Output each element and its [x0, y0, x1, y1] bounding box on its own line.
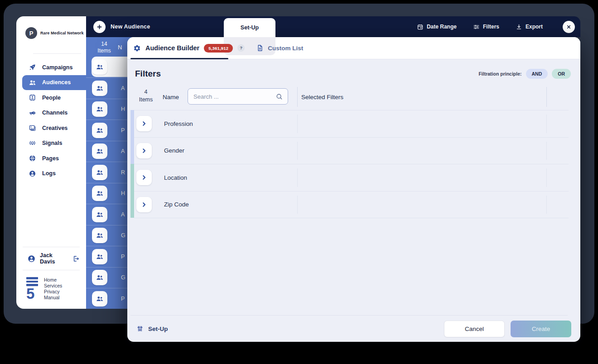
column-divider [297, 87, 298, 107]
audience-avatar-icon [92, 144, 107, 159]
modal-body: Filters Filtration principle: AND OR 4 I… [127, 59, 580, 342]
audience-list-item[interactable]: P [86, 246, 132, 267]
filter-row-label: Gender [164, 147, 184, 154]
search-input[interactable] [188, 93, 275, 100]
filtration-principle: Filtration principle: AND OR [478, 69, 571, 79]
brand-name: Rare Medical Network [40, 31, 84, 35]
date-range-button[interactable]: Date Range [417, 24, 457, 30]
modal-tab-bar: Audience Builder 5,361,912 ? Custom List [127, 37, 580, 59]
set-up-tab-label: Set-Up [241, 24, 259, 31]
sidebar-item-label: Pages [42, 155, 59, 162]
sidebar-item-people[interactable]: People [16, 90, 86, 105]
sidebar-item-logs[interactable]: Logs [16, 166, 86, 182]
filter-row-label: Profession [164, 120, 193, 127]
sidebar-item-audiences[interactable]: Audiences [22, 75, 86, 91]
audience-builder-tab-label: Audience Builder [145, 44, 199, 52]
audience-avatar-icon [92, 207, 107, 222]
and-toggle[interactable]: AND [526, 69, 548, 79]
audience-list-item[interactable]: A [86, 77, 132, 99]
person-circle-icon [29, 170, 36, 177]
column-divider [546, 87, 547, 107]
logout-icon [72, 255, 80, 263]
filters-button[interactable]: Filters [473, 24, 499, 30]
close-icon [566, 24, 571, 29]
audience-list-item[interactable]: A [86, 204, 132, 225]
sidebar-item-campaigns[interactable]: Campaigns [16, 60, 86, 75]
logout-button[interactable] [72, 255, 80, 263]
plus-icon [96, 24, 102, 30]
filter-row-zip-code[interactable]: Zip Code [134, 192, 569, 219]
audience-list-item[interactable] [86, 57, 132, 78]
audience-builder-modal: Audience Builder 5,361,912 ? Custom List… [127, 37, 580, 342]
link-services[interactable]: Services [44, 283, 62, 289]
export-label: Export [526, 24, 543, 30]
or-toggle[interactable]: OR [552, 69, 571, 79]
calendar-icon [417, 24, 424, 30]
image-icon [29, 124, 36, 132]
date-range-label: Date Range [427, 24, 457, 30]
footer-set-up[interactable]: Set-Up [136, 325, 168, 332]
sidebar-item-label: Campaigns [42, 64, 72, 71]
globe-icon [29, 154, 36, 162]
filter-search [188, 88, 288, 105]
filter-row-profession[interactable]: Profession [134, 110, 569, 138]
close-button[interactable] [563, 21, 575, 33]
audience-list-item[interactable]: G [86, 267, 132, 288]
link-home[interactable]: Home [44, 277, 62, 283]
expand-button[interactable] [136, 170, 152, 185]
audience-avatar-icon [92, 186, 107, 201]
filter-row-label: Location [164, 174, 187, 181]
audience-avatar-icon [92, 59, 107, 75]
filter-row-location[interactable]: Location [134, 164, 569, 192]
expand-button[interactable] [136, 143, 152, 158]
filters-section-title: Filters [135, 69, 161, 79]
audience-list-item[interactable]: A [86, 141, 132, 162]
new-audience-button[interactable] [93, 21, 106, 33]
group-indicator-and [130, 110, 134, 164]
sidebar-item-creatives[interactable]: Creatives [16, 120, 86, 136]
chevron-right-icon [141, 148, 147, 154]
chevron-right-icon [141, 174, 147, 181]
tab-audience-builder[interactable]: Audience Builder 5,361,912 ? [133, 44, 245, 53]
expand-button[interactable] [136, 116, 152, 131]
tab-custom-list[interactable]: Custom List [256, 44, 303, 52]
user-avatar-icon [27, 254, 36, 263]
audience-list-item[interactable]: P [86, 288, 132, 309]
sidebar-item-channels[interactable]: Channels [16, 105, 86, 121]
contact-card-icon [29, 94, 36, 101]
export-button[interactable]: Export [516, 24, 543, 30]
group-indicator-or [130, 164, 134, 218]
chevron-right-icon [141, 201, 147, 208]
audience-list-item[interactable]: R [86, 162, 132, 183]
name-column-header: Name [163, 94, 179, 101]
audience-count-badge: 5,361,912 [204, 44, 233, 53]
gear-icon [133, 44, 141, 52]
audience-avatar-icon [92, 123, 107, 138]
sidebar-item-pages[interactable]: Pages [16, 151, 86, 166]
download-icon [516, 24, 522, 30]
footer-links: 5 Home Services Privacy Manual [16, 270, 86, 309]
sidebar: P Rare Medical Network Campaigns Audienc… [16, 16, 86, 309]
sidebar-nav: Campaigns Audiences People Channels Crea… [16, 60, 86, 181]
cancel-button[interactable]: Cancel [444, 321, 505, 337]
sidebar-item-label: Channels [42, 110, 68, 116]
tab-set-up[interactable]: Set-Up [224, 18, 275, 37]
sidebar-item-signals[interactable]: Signals [16, 136, 86, 151]
link-privacy[interactable]: Privacy [44, 289, 62, 295]
help-badge[interactable]: ? [237, 44, 245, 52]
audience-list-item[interactable]: H [86, 99, 132, 120]
vertical-sliders-icon [136, 325, 144, 332]
audience-avatar-icon [92, 291, 107, 307]
create-button[interactable]: Create [511, 321, 571, 337]
filter-row-gender[interactable]: Gender [134, 138, 569, 165]
link-manual[interactable]: Manual [44, 295, 62, 301]
user-name: Jack Davis [40, 252, 68, 265]
audience-list-item[interactable]: H [86, 183, 132, 204]
audience-list-item[interactable]: G [86, 225, 132, 246]
five-logo: 5 [26, 277, 38, 300]
expand-button[interactable] [136, 197, 152, 212]
audience-avatar-icon [92, 270, 107, 285]
audience-avatar-icon [92, 101, 107, 117]
signal-bulb-icon [29, 139, 36, 147]
audience-list-item[interactable]: P [86, 120, 132, 141]
